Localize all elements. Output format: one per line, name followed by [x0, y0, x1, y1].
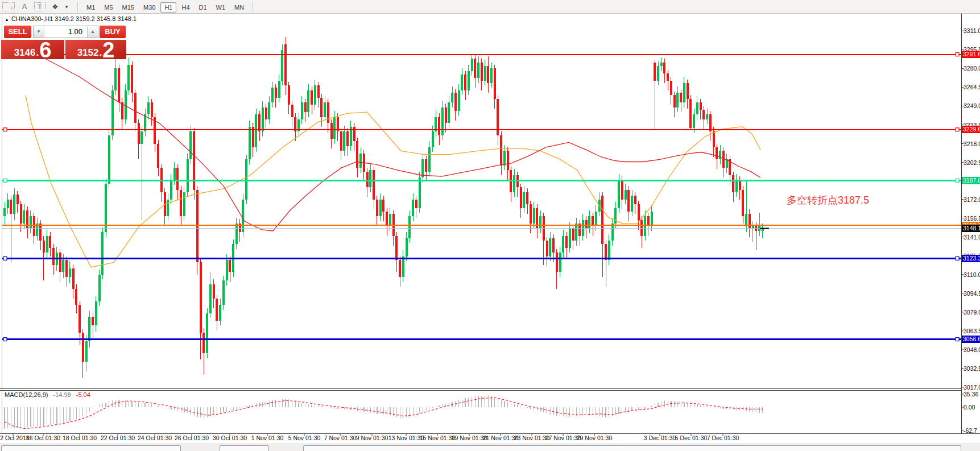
price-tick-label: 3249.0 [964, 102, 980, 109]
symbol-ohlc-text: CHINA300-,H1 3149.2 3159.2 3145.8 3148.1 [11, 15, 137, 22]
time-tick-label: 5 Nov 01:30 [288, 435, 321, 441]
price-tick-label: 3048.0 [964, 346, 980, 353]
price-tick-label: 3280.0 [964, 65, 980, 72]
dock-panel[interactable] [1, 445, 181, 451]
time-tick-label: 29 Nov 01:30 [577, 435, 612, 441]
chart-annotation-text: 多空转折点3187.5 [787, 193, 869, 207]
sell-price-main: 3146 [14, 47, 36, 59]
price-line-tag: 3229.6 [962, 126, 980, 133]
sell-price-panel[interactable]: 3146.6 [1, 40, 64, 59]
price-tick-label: 3110.0 [964, 271, 980, 278]
volume-input[interactable]: 1.00 [44, 26, 87, 38]
time-tick-label: 7 Dec 01:30 [707, 435, 739, 441]
dock-panel[interactable] [303, 445, 961, 451]
time-tick-label: 15 Nov 01:30 [420, 435, 455, 441]
time-tick-label: 27 Nov 01:30 [545, 435, 581, 441]
time-tick-label: 13 Nov 01:30 [388, 435, 424, 441]
price-tick-label: 3218.0 [964, 140, 980, 147]
sell-price-big-digit: 6 [39, 42, 51, 59]
buy-price-big-digit: 2 [102, 42, 114, 59]
macd-main-value: -14.98 [53, 391, 71, 398]
price-tick-label: 3202.5 [964, 159, 980, 166]
time-tick-label: 1 Nov 01:30 [251, 435, 284, 441]
one-click-trading-widget: SELL ▼ 1.00 ▲ BUY 3146.6 3152.2 [1, 26, 126, 59]
time-tick-label: 26 Oct 01:30 [175, 435, 209, 441]
macd-signal-value: -5.04 [76, 391, 90, 398]
price-tick-label: 3063.5 [964, 328, 980, 334]
sell-button[interactable]: SELL [4, 26, 31, 38]
time-tick-label: 30 Oct 01:30 [213, 435, 247, 441]
price-tick-label: 3264.5 [964, 84, 980, 90]
time-tick-label: 22 Oct 01:30 [101, 435, 135, 441]
time-tick-label: 16 Oct 01:30 [26, 435, 60, 441]
volume-decrease-button[interactable]: ▼ [34, 26, 44, 38]
price-tick-label: 3017.0 [964, 384, 980, 391]
macd-indicator-label: MACD(12,26,9) -14.98 -5.04 [5, 391, 90, 398]
buy-price-main: 3152 [77, 47, 99, 59]
macd-name: MACD(12,26,9) [5, 391, 48, 398]
dock-panel[interactable] [220, 445, 269, 451]
price-tick-label: 3172.0 [964, 196, 980, 203]
buy-button[interactable]: BUY [100, 26, 126, 38]
price-line-tag: 3148.1 [962, 225, 980, 232]
price-tick-label: 3079.0 [964, 309, 980, 316]
price-tick-label: 3032.5 [964, 365, 980, 372]
time-tick-label: 21 Nov 01:30 [483, 435, 518, 441]
sell-price-dot: . [36, 47, 39, 59]
price-tick-label: 3094.5 [964, 290, 980, 297]
time-tick-label: 23 Nov 01:30 [514, 435, 549, 441]
time-tick-label: 18 Oct 01:30 [63, 435, 97, 441]
buy-price-panel[interactable]: 3152.2 [65, 40, 126, 59]
price-line-tag: 3123.3 [962, 255, 980, 262]
price-chart[interactable] [0, 0, 980, 451]
time-tick-label: 24 Oct 01:30 [138, 435, 172, 441]
time-tick-label: 12 Oct 2018 [0, 435, 30, 441]
price-tick-label: 3311.0 [964, 27, 980, 34]
chart-ohlc-header: ▲CHINA300-,H1 3149.2 3159.2 3145.8 3148.… [5, 15, 137, 22]
macd-tick-label: 0.00 [964, 404, 975, 411]
time-tick-label: 5 Dec 01:30 [675, 435, 708, 441]
time-tick-label: 7 Nov 01:30 [324, 435, 357, 441]
mt4-window: F A T ❖ ▾ M1M5M15M30H1H4D1W1MN ▲CHINA300… [0, 0, 980, 451]
time-tick-label: 9 Nov 01:30 [356, 435, 388, 441]
buy-price-dot: . [99, 47, 102, 59]
price-line-tag: 3291.6 [962, 51, 980, 58]
collapse-chart-icon[interactable]: ▲ [5, 17, 9, 22]
volume-increase-button[interactable]: ▲ [87, 26, 98, 38]
volume-stepper: ▼ 1.00 ▲ [33, 26, 98, 38]
time-tick-label: 3 Dec 01:30 [644, 435, 676, 441]
price-line-tag: 3187.6 [962, 177, 980, 184]
price-tick-label: 3141.0 [964, 234, 980, 241]
price-tick-label: 3156.5 [964, 215, 980, 222]
bottom-dock-strip [0, 444, 980, 451]
macd-tick-label: -62.7 [964, 427, 977, 434]
time-tick-label: 19 Nov 01:30 [452, 435, 487, 441]
macd-tick-label: 35.36 [964, 391, 978, 398]
price-line-tag: 3056.6 [962, 336, 980, 343]
